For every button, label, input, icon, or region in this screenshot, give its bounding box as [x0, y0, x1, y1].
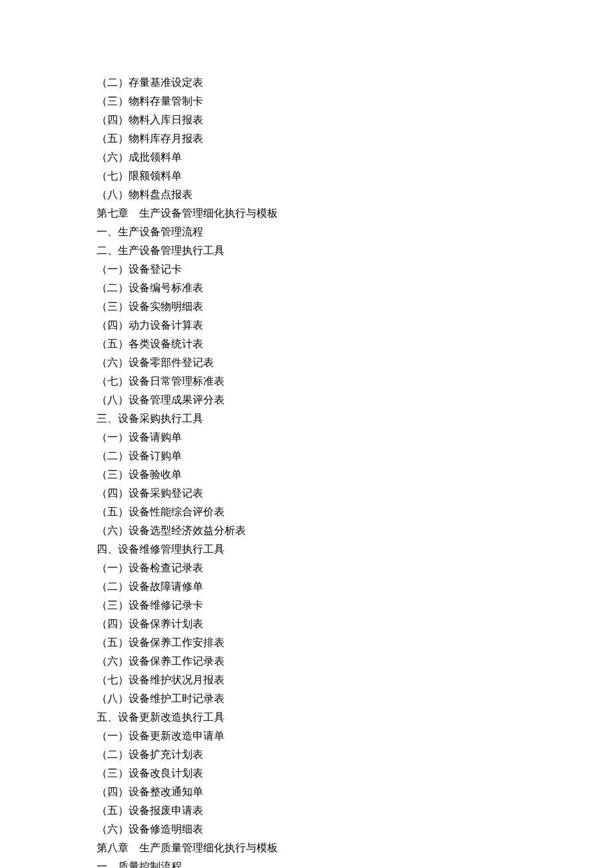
- toc-line: （二）设备订购单: [97, 447, 516, 465]
- toc-line: （六）设备修造明细表: [97, 820, 516, 839]
- toc-line: 一、质量控制流程: [97, 857, 516, 868]
- toc-line: （七）设备维护状况月报表: [97, 671, 516, 689]
- toc-line: （三）设备验收单: [97, 465, 516, 484]
- toc-line: （三）设备实物明细表: [97, 297, 516, 316]
- toc-line: （三）设备维修记录卡: [97, 596, 516, 615]
- toc-line: （七）设备日常管理标准表: [97, 372, 516, 391]
- toc-line: （六）成批领料单: [97, 148, 516, 167]
- toc-line: 四、设备维修管理执行工具: [97, 540, 516, 559]
- toc-line: 第八章 生产质量管理细化执行与模板: [97, 839, 516, 857]
- toc-line: （六）设备保养工作记录表: [97, 652, 516, 671]
- toc-line: （八）物料盘点报表: [97, 185, 516, 204]
- toc-line: （四）物料入库日报表: [97, 111, 516, 129]
- toc-line: 二、生产设备管理执行工具: [97, 241, 516, 260]
- toc-line: （五）设备报废申请表: [97, 801, 516, 820]
- toc-line: （七）限额领料单: [97, 167, 516, 185]
- toc-line: （三）设备改良计划表: [97, 764, 516, 783]
- toc-list: （二）存量基准设定表（三）物料存量管制卡（四）物料入库日报表（五）物料库存月报表…: [97, 73, 516, 868]
- toc-line: （四）动力设备计算表: [97, 316, 516, 335]
- toc-line: （五）物料库存月报表: [97, 129, 516, 148]
- toc-line: （一）设备请购单: [97, 428, 516, 447]
- toc-line: （四）设备整改通知单: [97, 783, 516, 801]
- document-page: （二）存量基准设定表（三）物料存量管制卡（四）物料入库日报表（五）物料库存月报表…: [0, 0, 613, 868]
- toc-line: （四）设备采购登记表: [97, 484, 516, 503]
- toc-line: （六）设备零部件登记表: [97, 353, 516, 372]
- toc-line: （六）设备选型经济效益分析表: [97, 521, 516, 540]
- toc-line: （一）设备更新改造申请单: [97, 727, 516, 745]
- toc-line: （二）设备编号标准表: [97, 279, 516, 297]
- toc-line: （一）设备检查记录表: [97, 559, 516, 577]
- toc-line: （一）设备登记卡: [97, 260, 516, 279]
- toc-line: （二）设备故障请修单: [97, 577, 516, 596]
- toc-line: （五）各类设备统计表: [97, 335, 516, 353]
- toc-line: （二）存量基准设定表: [97, 73, 516, 92]
- toc-line: （四）设备保养计划表: [97, 615, 516, 633]
- toc-line: （八）设备管理成果评分表: [97, 391, 516, 409]
- toc-line: 一、生产设备管理流程: [97, 223, 516, 241]
- toc-line: （五）设备保养工作安排表: [97, 633, 516, 652]
- toc-line: （三）物料存量管制卡: [97, 92, 516, 111]
- toc-line: （二）设备扩充计划表: [97, 745, 516, 764]
- toc-line: （五）设备性能综合评价表: [97, 503, 516, 521]
- toc-line: （八）设备维护工时记录表: [97, 689, 516, 708]
- toc-line: 三、设备采购执行工具: [97, 409, 516, 428]
- toc-line: 五、设备更新改造执行工具: [97, 708, 516, 727]
- toc-line: 第七章 生产设备管理细化执行与模板: [97, 204, 516, 223]
